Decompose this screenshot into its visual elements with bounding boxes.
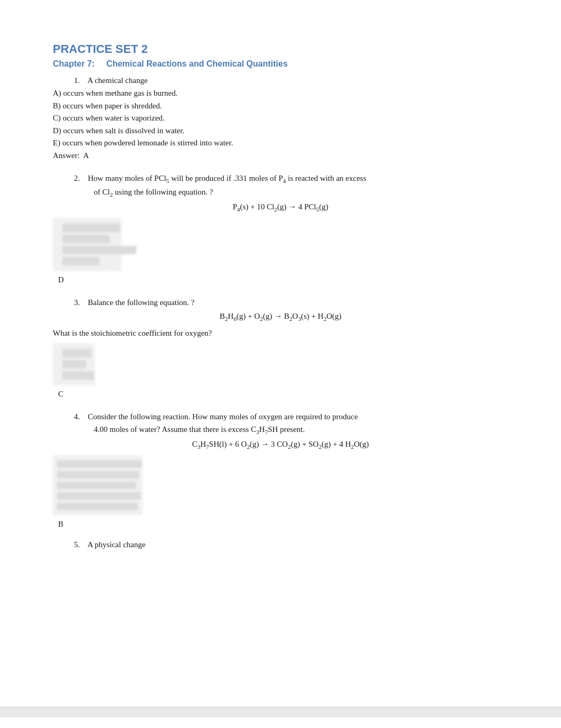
question-2: 2. How many moles of PCl5 will be produc… — [53, 172, 508, 284]
q5-number: 5. — [74, 540, 80, 549]
q2-equation: P4(s) + 10 Cl2(g) → 4 PCl5(g) — [53, 202, 508, 213]
q5-text: A physical change — [87, 540, 145, 549]
q4-header: 4. Consider the following reaction. How … — [74, 410, 508, 437]
chapter-subject: Chemical Reactions and Chemical Quantiti… — [106, 59, 287, 68]
q2-number: 2. — [74, 174, 80, 182]
question-5: 5. A physical change — [53, 540, 508, 549]
bottom-bar — [0, 707, 561, 717]
q2-answer: D — [58, 275, 508, 284]
q4-number: 4. — [74, 412, 80, 421]
practice-set-title: PRACTICE SET 2 — [53, 42, 508, 56]
question-1: 1. A chemical change A) occurs when meth… — [53, 76, 508, 160]
q3-equation: B2H6(g) + O2(g) → B2O3(s) + H2O(g) — [53, 312, 508, 322]
q1-choice-d: D) occurs when salt is dissolved in wate… — [53, 125, 508, 137]
q4-answer: B — [58, 520, 508, 529]
chapter-label: Chapter 7: — [53, 59, 95, 68]
q4-text-part1: Consider the following reaction. How man… — [88, 412, 358, 421]
q2-text-part2: of Cl2 using the following equation. ? — [94, 188, 213, 196]
q3-sub-question: What is the stoichiometric coefficient f… — [53, 327, 508, 339]
q1-choice-e: E) occurs when powdered lemonade is stir… — [53, 137, 508, 149]
q1-header: 1. A chemical change — [74, 76, 508, 85]
q2-blurred-options — [53, 218, 121, 271]
q3-number: 3. — [74, 298, 80, 307]
q1-number: 1. — [74, 76, 80, 85]
q1-answer: Answer: A — [53, 151, 508, 160]
q4-blurred-options — [53, 455, 143, 515]
q1-choices: A) occurs when methane gas is burned. B)… — [53, 87, 508, 149]
q1-choice-b: B) occurs when paper is shredded. — [53, 100, 508, 112]
q1-text: A chemical change — [87, 76, 147, 85]
q1-choice-c: C) occurs when water is vaporized. — [53, 112, 508, 124]
q1-choice-a: A) occurs when methane gas is burned. — [53, 87, 508, 99]
q3-blurred-options — [53, 343, 95, 385]
q3-intro: Balance the following equation. ? — [88, 298, 194, 307]
q3-header: 3. Balance the following equation. ? — [74, 296, 508, 309]
q2-text-part1: How many moles of PCl5 will be produced … — [88, 174, 366, 182]
q4-text-part2: 4.00 moles of water? Assume that there i… — [94, 425, 305, 434]
q2-header: 2. How many moles of PCl5 will be produc… — [74, 172, 508, 199]
q3-answer: C — [58, 390, 508, 399]
q4-equation: C3H7SH(l) + 6 O2(g) → 3 CO2(g) + SO2(g) … — [53, 440, 508, 450]
chapter-title: Chapter 7: Chemical Reactions and Chemic… — [53, 59, 508, 69]
question-3: 3. Balance the following equation. ? B2H… — [53, 296, 508, 399]
question-4: 4. Consider the following reaction. How … — [53, 410, 508, 529]
q5-header: 5. A physical change — [74, 540, 508, 549]
